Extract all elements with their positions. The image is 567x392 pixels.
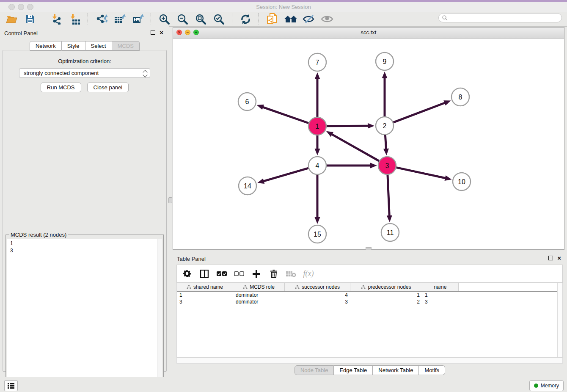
show-home-button[interactable] bbox=[281, 13, 300, 25]
graph-edge-3-10[interactable] bbox=[396, 168, 446, 178]
table-cell[interactable]: 1 bbox=[177, 292, 233, 298]
table-cell[interactable]: 3 bbox=[177, 299, 233, 305]
export-table-button[interactable] bbox=[110, 13, 129, 25]
network-close-icon[interactable]: × bbox=[176, 30, 182, 35]
graph-edge-1-6[interactable] bbox=[262, 107, 308, 123]
refresh-view-button[interactable] bbox=[237, 13, 255, 25]
graph-node-3[interactable]: 3 bbox=[378, 157, 396, 174]
import-network-button[interactable] bbox=[47, 13, 66, 25]
export-image-button[interactable] bbox=[129, 13, 147, 25]
close-table-panel-icon[interactable]: × bbox=[557, 256, 561, 260]
show-panels-button[interactable] bbox=[4, 380, 18, 391]
network-zoom-icon[interactable]: + bbox=[193, 30, 199, 35]
window-traffic-lights-inactive[interactable] bbox=[8, 4, 36, 12]
delete-row-button[interactable] bbox=[269, 269, 279, 279]
table-cell[interactable]: dominator bbox=[233, 292, 285, 298]
search-field[interactable] bbox=[438, 13, 562, 22]
network-window-resize-handle[interactable] bbox=[366, 247, 372, 250]
table-cell[interactable]: 1 bbox=[422, 292, 459, 298]
select-all-button[interactable] bbox=[217, 269, 227, 279]
tab-network[interactable]: Network bbox=[30, 41, 62, 51]
table-cell[interactable]: 3 bbox=[422, 299, 459, 305]
table-vertical-scrollbar[interactable] bbox=[557, 283, 562, 357]
table-cell[interactable]: 3 bbox=[285, 299, 350, 305]
show-selected-button[interactable] bbox=[318, 13, 336, 25]
graph-edge-4-14[interactable] bbox=[263, 168, 308, 181]
export-network-button[interactable] bbox=[92, 13, 110, 25]
table-row[interactable]: 1dominator411 bbox=[177, 292, 562, 298]
minimize-window-icon[interactable] bbox=[18, 4, 24, 10]
zoom-selected-button[interactable] bbox=[210, 13, 228, 25]
network-window-titlebar[interactable]: × − + scc.txt bbox=[173, 28, 564, 39]
graph-node-9[interactable]: 9 bbox=[376, 52, 394, 70]
table-cell[interactable]: 4 bbox=[285, 292, 350, 298]
float-panel-icon[interactable] bbox=[151, 30, 155, 35]
tab-edge-table[interactable]: Edge Table bbox=[334, 365, 373, 375]
column-header-predecessor-nodes[interactable]: predecessor nodes bbox=[350, 283, 422, 291]
attribute-tree-icon bbox=[361, 285, 366, 290]
tab-motifs[interactable]: Motifs bbox=[419, 365, 445, 375]
graph-node-11[interactable]: 11 bbox=[381, 224, 399, 241]
graph-node-14[interactable]: 14 bbox=[239, 177, 256, 195]
table-horizontal-scrollbar[interactable] bbox=[176, 358, 563, 364]
tab-select[interactable]: Select bbox=[85, 41, 112, 51]
graph-edge-1-2[interactable] bbox=[327, 126, 369, 126]
network-from-selection-button[interactable] bbox=[263, 13, 281, 25]
delete-table-button[interactable] bbox=[286, 269, 296, 279]
float-table-panel-icon[interactable] bbox=[548, 256, 553, 260]
graph-node-15[interactable]: 15 bbox=[308, 225, 326, 243]
zoom-selected-icon bbox=[213, 14, 225, 25]
tab-style[interactable]: Style bbox=[62, 41, 85, 51]
hide-selected-button[interactable] bbox=[300, 13, 318, 25]
table-cell[interactable]: 1 bbox=[350, 292, 422, 298]
graph-node-1[interactable]: 1 bbox=[308, 117, 326, 135]
tab-network-table[interactable]: Network Table bbox=[373, 365, 419, 375]
edge-arrowhead-icon bbox=[368, 123, 374, 129]
zoom-fit-button[interactable] bbox=[192, 13, 210, 25]
deselect-all-button[interactable] bbox=[234, 269, 244, 279]
panel-splitter-handle[interactable] bbox=[168, 197, 172, 203]
import-table-button[interactable] bbox=[66, 13, 84, 25]
graph-edge-2-3[interactable] bbox=[385, 135, 386, 149]
zoom-out-button[interactable] bbox=[173, 13, 192, 25]
graph-node-10[interactable]: 10 bbox=[453, 173, 471, 190]
node-table[interactable]: shared nameMCDS rolesuccessor nodesprede… bbox=[176, 283, 563, 358]
table-cell[interactable]: dominator bbox=[233, 299, 285, 305]
close-window-icon[interactable] bbox=[8, 4, 15, 10]
close-panel-icon[interactable]: × bbox=[160, 30, 163, 35]
tab-mcds[interactable]: MCDS bbox=[112, 41, 140, 51]
memory-button[interactable]: Memory bbox=[529, 380, 564, 391]
save-session-button[interactable] bbox=[21, 13, 39, 25]
settings-gear-button[interactable] bbox=[182, 269, 192, 279]
table-cell[interactable]: 2 bbox=[350, 299, 422, 305]
tab-node-table[interactable]: Node Table bbox=[295, 365, 334, 375]
table-row[interactable]: 3dominator323 bbox=[177, 298, 562, 305]
function-builder-button[interactable]: f(x) bbox=[303, 269, 314, 279]
column-header-shared-name[interactable]: shared name bbox=[177, 283, 233, 291]
zoom-window-icon[interactable] bbox=[27, 4, 33, 10]
graph-edge-2-8[interactable] bbox=[394, 102, 446, 122]
column-header-successor-nodes[interactable]: successor nodes bbox=[285, 283, 350, 291]
show-column-button[interactable] bbox=[199, 269, 209, 279]
result-scrollbar[interactable] bbox=[157, 239, 162, 387]
network-graph-canvas[interactable]: 7968124314101511 bbox=[173, 38, 564, 249]
graph-node-8[interactable]: 8 bbox=[451, 88, 469, 106]
add-row-button[interactable] bbox=[251, 269, 261, 279]
network-minimize-icon[interactable]: − bbox=[185, 30, 190, 35]
mcds-result-box[interactable]: 1 3 bbox=[7, 239, 162, 387]
graph-node-4[interactable]: 4 bbox=[308, 157, 326, 174]
svg-text:15: 15 bbox=[314, 231, 321, 238]
run-mcds-button[interactable]: Run MCDS bbox=[41, 83, 81, 92]
close-panel-button[interactable]: Close panel bbox=[87, 83, 129, 92]
zoom-in-button[interactable] bbox=[155, 13, 173, 25]
graph-node-7[interactable]: 7 bbox=[308, 53, 326, 71]
search-input[interactable] bbox=[450, 14, 561, 21]
open-session-button[interactable] bbox=[3, 13, 21, 25]
graph-node-6[interactable]: 6 bbox=[238, 93, 256, 110]
column-header-name[interactable]: name bbox=[422, 283, 459, 291]
graph-edge-3-1[interactable] bbox=[331, 134, 379, 161]
column-header-MCDS-role[interactable]: MCDS role bbox=[233, 283, 285, 291]
graph-edge-3-11[interactable] bbox=[388, 175, 389, 216]
criterion-select[interactable]: strongly connected component bbox=[19, 68, 150, 78]
graph-node-2[interactable]: 2 bbox=[376, 117, 394, 135]
